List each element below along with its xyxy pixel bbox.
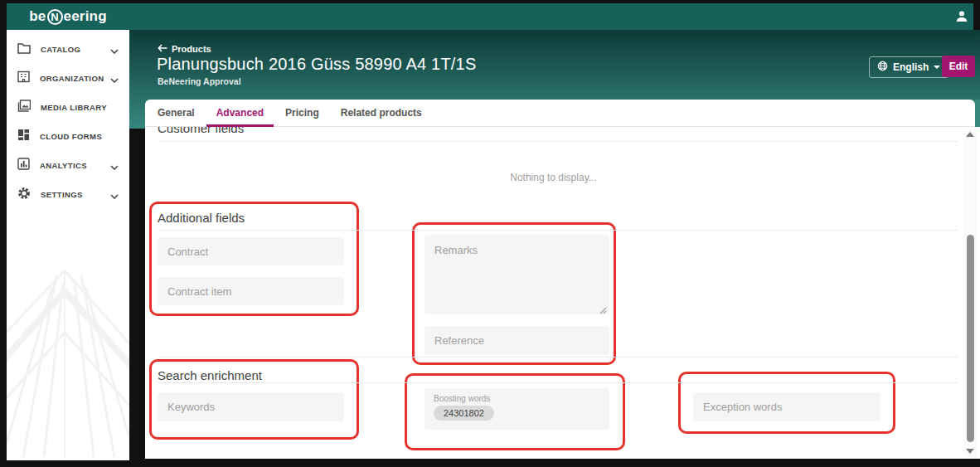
media-icon [17, 100, 31, 115]
section-divider [158, 230, 958, 231]
beneering-logo: beNeering [7, 3, 129, 30]
language-label: English [893, 61, 929, 73]
folder-icon [17, 42, 31, 57]
section-divider [158, 357, 958, 358]
boosting-word-chip[interactable]: 24301802 [434, 406, 494, 421]
contract-input[interactable] [158, 237, 344, 265]
dashboard-icon [17, 129, 30, 144]
page-subtitle: BeNeering Approval [158, 76, 241, 86]
sidebar-item-label: CATALOG [41, 45, 80, 54]
scroll-up-arrow-icon[interactable] [966, 132, 974, 137]
logo-text-prefix: be [29, 8, 46, 25]
top-app-bar: beNeering [7, 3, 973, 30]
back-to-products-link[interactable]: Products [158, 44, 211, 54]
remarks-textarea[interactable] [425, 235, 609, 314]
sidebar-item-settings[interactable]: SETTINGS [7, 180, 129, 209]
section-divider [158, 141, 958, 142]
logo-n-circle: N [47, 9, 63, 25]
additional-fields-heading: Additional fields [158, 211, 245, 225]
sidebar-item-label: ORGANIZATION [40, 74, 104, 83]
sidebar-item-label: SETTINGS [41, 190, 83, 199]
sidebar-item-cloud-forms[interactable]: CLOUD FORMS [7, 122, 129, 151]
logo-text-suffix: eering [64, 8, 107, 25]
user-account-icon[interactable] [955, 9, 968, 27]
back-link-label: Products [172, 44, 211, 54]
empty-table-message: Nothing to display... [145, 172, 962, 183]
chevron-down-icon [110, 42, 119, 57]
language-selector[interactable]: English [869, 56, 948, 78]
tab-pricing[interactable]: Pricing [275, 100, 329, 126]
content-scrollbar[interactable] [963, 129, 977, 457]
search-enrichment-heading: Search enrichment [158, 368, 262, 382]
keywords-input[interactable] [158, 392, 344, 421]
reference-input[interactable] [425, 326, 609, 355]
page-title: Planungsbuch 2016 Güss 58990 A4 1T/1S [157, 55, 476, 74]
product-tabs: General Advanced Pricing Related product… [145, 100, 975, 127]
boosting-words-field[interactable]: Boosting words 24301802 [425, 388, 609, 430]
analytics-icon [17, 158, 30, 173]
header-corner-background [975, 100, 980, 127]
building-icon [17, 71, 30, 86]
contract-item-input[interactable] [158, 277, 344, 305]
sidebar-item-catalog[interactable]: CATALOG [7, 35, 129, 64]
chevron-down-icon [110, 71, 119, 86]
gear-icon [17, 187, 31, 203]
sidebar-item-label: ANALYTICS [40, 161, 87, 170]
advanced-tab-content: Customer fields Nothing to display... Ad… [145, 127, 980, 459]
scrollbar-thumb[interactable] [967, 235, 974, 442]
tab-advanced[interactable]: Advanced [206, 100, 274, 126]
sidebar-item-label: MEDIA LIBRARY [41, 103, 107, 112]
section-divider [158, 382, 958, 383]
boosting-words-label: Boosting words [434, 394, 600, 403]
scroll-down-arrow-icon[interactable] [966, 449, 974, 454]
edit-button[interactable]: Edit [942, 56, 975, 77]
chevron-down-icon [110, 158, 119, 173]
sidebar-item-label: CLOUD FORMS [40, 132, 102, 141]
back-arrow-icon [158, 44, 167, 54]
sidebar-nav: CATALOG ORGANIZATION MEDIA LIBRARY CL [7, 30, 129, 460]
exception-words-input[interactable] [693, 392, 881, 421]
globe-icon [877, 61, 888, 74]
customer-fields-heading-clipped: Customer fields [158, 127, 244, 135]
chevron-down-icon [110, 187, 119, 202]
tab-related-products[interactable]: Related products [331, 100, 432, 126]
sidebar-item-media-library[interactable]: MEDIA LIBRARY [7, 93, 129, 122]
chevron-down-icon [934, 66, 940, 69]
logo-n: N [51, 11, 59, 23]
sidebar-item-organization[interactable]: ORGANIZATION [7, 64, 129, 93]
building-watermark-image [7, 241, 129, 460]
sidebar-item-analytics[interactable]: ANALYTICS [7, 151, 129, 180]
tab-general[interactable]: General [148, 100, 205, 126]
